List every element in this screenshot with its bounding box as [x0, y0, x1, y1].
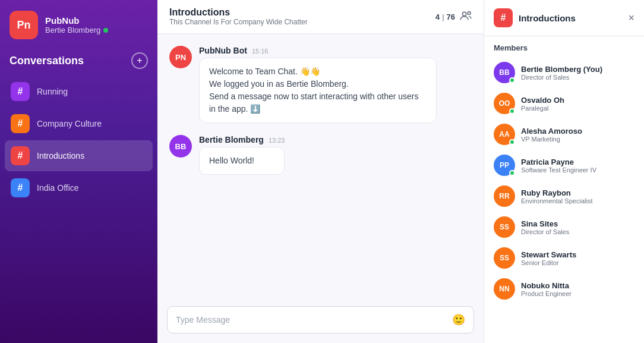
sidebar-item-running[interactable]: # Running	[5, 76, 153, 107]
avatar: PN	[169, 46, 192, 68]
message-time: 13:23	[269, 137, 285, 144]
member-item[interactable]: AAAlesha AmorosoVP Marketing	[489, 119, 639, 150]
channel-name: India Office	[37, 183, 79, 193]
chat-header: Introductions This Channel Is For Compan…	[157, 0, 484, 34]
sidebar-item-introductions[interactable]: # Introductions	[5, 140, 153, 171]
main-chat: Introductions This Channel Is For Compan…	[157, 0, 484, 343]
member-item[interactable]: SSStewart SwartsSenior Editor	[489, 243, 639, 273]
member-role: Product Engineer	[521, 290, 572, 297]
message-input[interactable]	[176, 315, 452, 325]
channel-hash-icon: #	[11, 178, 30, 197]
channel-name: Company Culture	[37, 119, 102, 128]
chat-title-block: Introductions This Channel Is For Compan…	[169, 7, 308, 26]
channel-hash-icon: #	[11, 114, 30, 133]
conversations-title: Conversations	[10, 55, 84, 67]
members-panel: # Introductions × Members BBBertie Blomb…	[484, 0, 644, 343]
channel-hash-icon: #	[11, 146, 30, 165]
message-time: 15:16	[252, 48, 269, 55]
member-info: Nobuko NittaProduct Engineer	[521, 281, 572, 297]
member-name: Sina Sites	[521, 219, 569, 228]
member-avatar-wrap: NN	[494, 278, 515, 300]
chat-subtitle: This Channel Is For Company Wide Chatter	[169, 18, 308, 26]
chat-messages: PN PubNub Bot 15:16 Welcome to Team Chat…	[157, 34, 484, 300]
app-name: PubNub	[45, 15, 108, 26]
member-avatar: RR	[494, 185, 515, 207]
member-name: Stewart Swarts	[521, 250, 576, 259]
chat-input-area: 🙂	[157, 300, 484, 343]
member-name: Alesha Amoroso	[521, 127, 582, 136]
member-item[interactable]: OOOsvaldo OhParalegal	[489, 88, 639, 119]
member-role: Software Test Engineer IV	[521, 166, 596, 174]
member-avatar-wrap: BB	[494, 62, 515, 83]
close-panel-button[interactable]: ×	[628, 12, 634, 23]
message-content: Bertie Blomberg 13:23 Hello World!	[199, 135, 285, 175]
sidebar-item-company-culture[interactable]: # Company Culture	[5, 108, 153, 139]
member-online-indicator	[509, 108, 515, 114]
member-online-indicator	[509, 139, 515, 145]
message-bubble: Welcome to Team Chat. 👋👋 We logged you i…	[199, 58, 437, 123]
member-item[interactable]: SSSina SitesDirector of Sales	[489, 212, 639, 243]
count-separator: |	[442, 12, 444, 21]
member-info: Ruby RaybonEnvironmental Specialist	[521, 188, 592, 204]
member-online-indicator	[509, 170, 515, 176]
member-info: Patricia PayneSoftware Test Engineer IV	[521, 158, 596, 174]
emoji-button[interactable]: 🙂	[452, 313, 465, 326]
chat-meta: 4 | 76	[435, 11, 472, 23]
message-author: Bertie Blomberg	[199, 135, 264, 144]
channel-name: Introductions	[37, 151, 84, 161]
add-conversation-button[interactable]: +	[131, 52, 148, 69]
member-avatar-wrap: SS	[494, 247, 515, 269]
members-panel-title: Introductions	[519, 13, 576, 23]
member-role: Director of Sales	[521, 74, 602, 81]
message-group: BB Bertie Blomberg 13:23 Hello World!	[169, 135, 472, 175]
member-name: Ruby Raybon	[521, 188, 592, 197]
members-section-title: Members	[484, 36, 644, 57]
member-name: Bertie Blomberg (You)	[521, 65, 602, 74]
member-role: Director of Sales	[521, 228, 569, 235]
conversations-header: Conversations +	[0, 48, 157, 76]
member-item[interactable]: NNNobuko NittaProduct Engineer	[489, 273, 639, 304]
member-info: Sina SitesDirector of Sales	[521, 219, 569, 235]
member-avatar-wrap: SS	[494, 216, 515, 238]
message-bubble: Hello World!	[199, 147, 285, 175]
member-item[interactable]: RRRuby RaybonEnvironmental Specialist	[489, 181, 639, 212]
message-author: PubNub Bot	[199, 46, 247, 55]
member-info: Alesha AmorosoVP Marketing	[521, 127, 582, 143]
member-role: Environmental Specialist	[521, 197, 592, 204]
chat-title: Introductions	[169, 7, 308, 18]
channel-name: Running	[37, 87, 68, 96]
online-count: 4 | 76	[435, 12, 455, 21]
member-avatar-wrap: OO	[494, 93, 515, 114]
avatar: BB	[169, 135, 192, 158]
channel-hash-box: #	[494, 8, 513, 27]
member-avatar-wrap: PP	[494, 155, 515, 176]
message-content: PubNub Bot 15:16 Welcome to Team Chat. 👋…	[199, 46, 437, 123]
channel-hash-icon: #	[11, 82, 30, 101]
member-name: Nobuko Nitta	[521, 281, 572, 290]
member-info: Bertie Blomberg (You)Director of Sales	[521, 65, 602, 81]
online-indicator	[103, 28, 108, 33]
message-header: Bertie Blomberg 13:23	[199, 135, 285, 144]
channel-list: # Running # Company Culture # Introducti…	[0, 76, 157, 203]
username: Bertie Blomberg	[45, 26, 108, 34]
sidebar-item-india-office[interactable]: # India Office	[5, 172, 153, 203]
member-name: Osvaldo Oh	[521, 96, 564, 105]
members-list: BBBertie Blomberg (You)Director of Sales…	[484, 57, 644, 343]
svg-point-1	[468, 12, 471, 15]
member-avatar: SS	[494, 216, 515, 238]
member-avatar-wrap: RR	[494, 185, 515, 207]
member-role: Senior Editor	[521, 259, 576, 266]
member-role: VP Marketing	[521, 136, 582, 143]
member-item[interactable]: PPPatricia PayneSoftware Test Engineer I…	[489, 150, 639, 181]
members-panel-title-row: # Introductions	[494, 8, 576, 27]
member-avatar-wrap: AA	[494, 124, 515, 145]
member-item[interactable]: BBBertie Blomberg (You)Director of Sales	[489, 57, 639, 88]
members-icon	[460, 11, 472, 23]
member-role: Paralegal	[521, 105, 564, 112]
member-name: Patricia Payne	[521, 158, 596, 166]
sidebar: Pn PubNub Bertie Blomberg Conversations …	[0, 0, 157, 343]
members-panel-header: # Introductions ×	[484, 0, 644, 36]
member-avatar: SS	[494, 247, 515, 269]
member-info: Osvaldo OhParalegal	[521, 96, 564, 112]
message-group: PN PubNub Bot 15:16 Welcome to Team Chat…	[169, 46, 472, 123]
